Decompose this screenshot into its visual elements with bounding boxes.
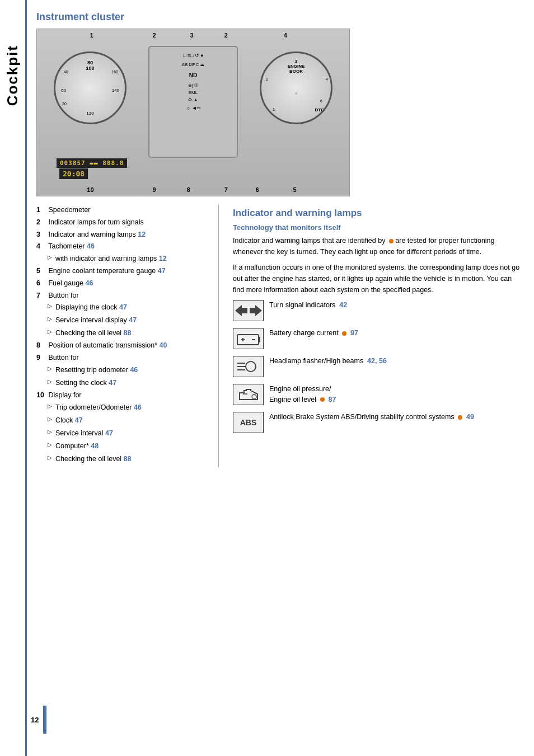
item-text-8: Position of automatic transmission* — [48, 341, 159, 349]
page-bar — [43, 706, 46, 734]
item-text-2: Indicator lamps for turn signals — [48, 218, 143, 226]
sub-item-10-4: Computer* 48 — [48, 440, 204, 452]
sub-item-7-2: Service interval display 47 — [48, 314, 204, 326]
item-text-9: Button for — [48, 354, 78, 361]
sub-item-7-3: Checking the oil level 88 — [48, 327, 204, 339]
link-3[interactable]: 12 — [138, 231, 146, 238]
column-divider — [218, 205, 219, 467]
link-10-1[interactable]: 46 — [134, 403, 142, 411]
link-4-1[interactable]: 12 — [159, 255, 167, 262]
speedometer-gauge: 80100 120 60 140 40 160 20 — [54, 51, 127, 124]
callout-9: 9 — [152, 186, 156, 193]
item-num-7: 7 — [36, 290, 44, 301]
turn-signal-icon — [233, 300, 264, 321]
main-content: Instrument cluster 80100 120 60 140 40 1… — [31, 0, 534, 478]
item-text-1: Speedometer — [48, 206, 90, 214]
callout-2b: 2 — [224, 32, 228, 39]
item-text-7: Button for — [48, 292, 78, 299]
page-number: 12 — [31, 716, 39, 724]
dot-indicator-1 — [389, 239, 394, 243]
list-item-7: 7 Button for Displaying the clock 47 Ser… — [36, 290, 204, 339]
sub-item-10-1: Trip odometer/Odometer 46 — [48, 402, 204, 413]
sub-item-9-2: Setting the clock 47 — [48, 377, 204, 388]
item-num-5: 5 — [36, 266, 44, 276]
oil-text: Engine oil pressure/Engine oil level 87 — [269, 384, 523, 405]
link-10-5[interactable]: 88 — [124, 455, 132, 463]
abs-text-icon: ABS — [240, 418, 257, 427]
link-abs[interactable]: 49 — [466, 413, 474, 421]
link-headlamp[interactable]: 42, 56 — [367, 357, 387, 365]
item-text-3: Indicator and warning lamps — [48, 231, 138, 238]
item-num-6: 6 — [36, 278, 44, 289]
link-5[interactable]: 47 — [158, 267, 166, 275]
callout-10: 10 — [87, 186, 93, 193]
item-num-1: 1 — [36, 205, 44, 215]
lamp-row-oil: Engine oil pressure/Engine oil level 87 — [233, 384, 523, 405]
item-num-4: 4 — [36, 241, 44, 252]
list-item-4: 4 Tachometer 46 with indicator and warni… — [36, 241, 204, 264]
list-item-2: 2 Indicator lamps for turn signals — [36, 217, 204, 228]
sub-item-9-1: Resetting trip odometer 46 — [48, 364, 204, 375]
link-battery[interactable]: 97 — [350, 329, 358, 337]
list-item-1: 1 Speedometer — [36, 205, 204, 215]
sub-item-10-3: Service interval 47 — [48, 428, 204, 439]
link-turn-signal[interactable]: 42 — [339, 301, 347, 309]
link-8[interactable]: 40 — [160, 341, 167, 349]
sidebar: Cockpit — [0, 0, 27, 756]
sub-item-7-1: Displaying the clock 47 — [48, 302, 204, 313]
link-10-4[interactable]: 48 — [91, 442, 99, 450]
item-num-9: 9 — [36, 353, 44, 363]
list-item-9: 9 Button for Resetting trip odometer 46 … — [36, 353, 204, 388]
list-item-10: 10 Display for Trip odometer/Odometer 46… — [36, 390, 204, 464]
link-oil[interactable]: 87 — [329, 396, 336, 403]
two-col-layout: 1 Speedometer 2 Indicator lamps for turn… — [36, 205, 523, 467]
right-column: Indicator and warning lamps Technology t… — [233, 205, 523, 467]
lamp-row-battery: Battery charge current 97 — [233, 328, 523, 349]
lamp-row-turn-signal: Turn signal indicators 42 — [233, 300, 523, 321]
link-6[interactable]: 46 — [86, 279, 93, 287]
link-7-1[interactable]: 47 — [119, 303, 127, 311]
abs-dot — [458, 415, 462, 420]
svg-rect-2 — [237, 335, 259, 345]
link-4[interactable]: 46 — [87, 242, 95, 250]
sub-item-10-2: Clock 47 — [48, 415, 204, 426]
subsection-title: Technology that monitors itself — [233, 223, 523, 232]
callout-5: 5 — [293, 186, 297, 193]
list-item-5: 5 Engine coolant temperature gauge 47 — [36, 266, 204, 276]
odometer-display: 003857 ▬▬ 888.8 — [57, 158, 127, 168]
sub-list-9: Resetting trip odometer 46 Setting the c… — [48, 364, 204, 388]
left-column: 1 Speedometer 2 Indicator lamps for turn… — [36, 205, 204, 467]
cluster-image: 80100 120 60 140 40 160 20 003857 ▬▬ 888… — [36, 29, 350, 196]
sub-item-10-5: Checking the oil level 88 — [48, 453, 204, 464]
link-7-2[interactable]: 47 — [129, 316, 137, 324]
body-para-1: Indicator and warning lamps that are ide… — [233, 235, 523, 257]
svg-marker-1 — [250, 305, 262, 316]
list-item-3: 3 Indicator and warning lamps 12 — [36, 229, 204, 240]
item-num-2: 2 — [36, 217, 44, 228]
abs-icon: ABS — [233, 412, 264, 433]
right-section-title: Indicator and warning lamps — [233, 208, 523, 219]
svg-point-7 — [246, 361, 256, 372]
time-display: 20:08 — [59, 168, 88, 179]
list-item-6: 6 Fuel gauge 46 — [36, 278, 204, 289]
item-num-10: 10 — [36, 390, 44, 401]
battery-text: Battery charge current 97 — [269, 328, 523, 339]
callout-3: 3 — [190, 32, 193, 39]
link-10-3[interactable]: 47 — [105, 429, 113, 437]
item-text-5: Engine coolant temperature gauge — [48, 267, 157, 275]
oil-icon — [233, 384, 264, 405]
callout-8: 8 — [187, 186, 190, 193]
item-num-8: 8 — [36, 340, 44, 351]
turn-signal-text: Turn signal indicators 42 — [269, 300, 523, 311]
link-10-2[interactable]: 47 — [75, 416, 83, 424]
callout-4: 4 — [284, 32, 287, 39]
page-number-area: 12 — [31, 706, 46, 734]
link-9-2[interactable]: 47 — [109, 379, 116, 387]
link-9-1[interactable]: 46 — [130, 366, 138, 374]
link-7-3[interactable]: 88 — [124, 329, 132, 337]
lamp-row-abs: ABS Antilock Brake System ABS/Driving st… — [233, 412, 523, 433]
svg-rect-3 — [259, 337, 260, 342]
item-text-4: Tachometer — [48, 242, 87, 250]
headlamp-icon — [233, 356, 264, 377]
center-cluster: □ ≡□ ↺ ♦ AB MPC ☁ ND ⊕| ① EML ⚙ ▲ ☼ ◄═ — [148, 46, 238, 158]
